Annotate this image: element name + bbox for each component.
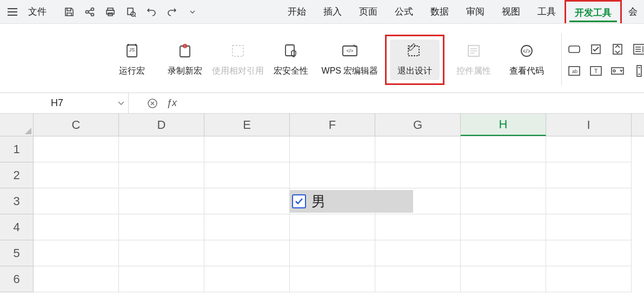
ribbon: JS 运行宏 录制新宏 使用相对引用 宏安全性 </> WPS 宏编辑器 退出设… — [0, 24, 644, 93]
ribbon-group-macros: JS 运行宏 录制新宏 使用相对引用 宏安全性 </> WPS 宏编辑器 退出设… — [0, 27, 567, 93]
cell-reference: H7 — [0, 97, 114, 109]
print-preview-icon — [125, 6, 136, 17]
exit-design-label: 退出设计 — [397, 65, 432, 77]
print-preview-button[interactable] — [125, 6, 136, 17]
button-control-icon[interactable] — [567, 42, 581, 56]
save-button[interactable] — [64, 6, 75, 17]
tab-developer[interactable]: 开发工具 — [565, 0, 622, 23]
share-button[interactable] — [84, 6, 95, 17]
name-box-dropdown[interactable] — [114, 101, 128, 106]
row-header-3[interactable]: 3 — [0, 188, 34, 214]
svg-rect-4 — [107, 10, 114, 14]
svg-text:T: T — [594, 68, 598, 74]
save-icon — [64, 6, 75, 17]
sheet-checkbox-control[interactable]: 男 — [290, 190, 413, 213]
tab-review[interactable]: 审阅 — [457, 0, 493, 23]
tab-home[interactable]: 开始 — [279, 0, 315, 23]
col-header-i[interactable]: I — [546, 114, 632, 136]
check-icon — [294, 196, 304, 206]
row-header-2[interactable]: 2 — [0, 162, 34, 188]
record-macro-icon — [176, 42, 194, 60]
record-macro-button[interactable]: 录制新宏 — [161, 40, 209, 80]
spinner-control-icon[interactable] — [610, 42, 625, 56]
formula-bar: H7 ƒx — [0, 93, 644, 114]
view-code-icon: </> — [517, 42, 536, 60]
run-macro-icon: JS — [123, 42, 141, 60]
row-header-4[interactable]: 4 — [0, 214, 34, 240]
file-menu[interactable]: 文件 — [23, 3, 52, 20]
record-macro-label: 录制新宏 — [168, 65, 202, 77]
tab-tools[interactable]: 工具 — [529, 0, 565, 23]
corner-triangle-icon — [25, 128, 31, 134]
listbox-control-icon[interactable] — [632, 42, 644, 56]
menubar-left: 文件 — [4, 3, 198, 20]
redo-button[interactable] — [167, 6, 177, 17]
col-header-h[interactable]: H — [461, 114, 546, 136]
exit-design-button[interactable]: 退出设计 — [390, 40, 440, 80]
row-header-5[interactable]: 5 — [0, 240, 34, 266]
macro-security-button[interactable]: 宏安全性 — [267, 40, 315, 80]
svg-text:</>: </> — [346, 48, 353, 54]
exit-design-highlight: 退出设计 — [385, 35, 444, 85]
macro-security-icon — [282, 42, 300, 60]
checkbox-box[interactable] — [292, 194, 306, 208]
col-header-d[interactable]: D — [119, 114, 204, 136]
fx-label[interactable]: ƒx — [167, 97, 177, 109]
undo-button[interactable] — [146, 6, 157, 17]
tab-view[interactable]: 视图 — [493, 0, 529, 23]
tab-data[interactable]: 数据 — [422, 0, 457, 23]
select-all-corner[interactable] — [0, 114, 34, 136]
tab-insert[interactable]: 插入 — [315, 0, 350, 23]
cells-area[interactable]: 男 — [34, 136, 632, 292]
svg-point-30 — [613, 70, 615, 72]
print-button[interactable] — [105, 6, 116, 17]
col-header-f[interactable]: F — [290, 114, 375, 136]
spreadsheet-grid: C D E F G H I 1 2 3 4 5 6 — [0, 114, 644, 292]
relative-ref-label: 使用相对引用 — [212, 65, 264, 77]
label-control-icon[interactable]: ab — [567, 64, 581, 78]
quick-access-toolbar — [64, 6, 198, 17]
chevron-down-icon — [118, 101, 124, 106]
formula-input-area[interactable]: ƒx — [129, 97, 177, 109]
scrollbar-control-icon[interactable] — [632, 64, 644, 78]
row-header-6[interactable]: 6 — [0, 266, 34, 292]
name-box[interactable]: H7 — [0, 93, 129, 113]
textbox-control-icon[interactable]: T — [589, 64, 603, 78]
col-header-g[interactable]: G — [375, 114, 461, 136]
ribbon-separator — [561, 34, 562, 86]
svg-text:ab: ab — [572, 69, 577, 74]
tab-formula[interactable]: 公式 — [386, 0, 422, 23]
run-macro-button[interactable]: JS 运行宏 — [108, 40, 156, 80]
checkbox-label: 男 — [311, 192, 326, 211]
menu-bar: 文件 开始 插入 页面 公式 数据 审阅 视图 工具 开发工具 会 — [0, 0, 644, 24]
svg-rect-13 — [233, 45, 243, 56]
undo-icon — [146, 6, 157, 17]
view-code-button[interactable]: </> 查看代码 — [503, 40, 550, 80]
combobox-control-icon[interactable] — [610, 64, 625, 78]
relative-ref-button: 使用相对引用 — [214, 40, 262, 80]
redo-dropdown[interactable] — [187, 6, 198, 17]
tab-page[interactable]: 页面 — [350, 0, 386, 23]
svg-rect-21 — [569, 46, 580, 53]
tab-partial[interactable]: 会 — [622, 0, 640, 23]
share-icon — [84, 6, 95, 17]
svg-rect-31 — [637, 65, 641, 76]
wps-macro-editor-button[interactable]: </> WPS 宏编辑器 — [320, 40, 380, 80]
checkbox-control-icon[interactable] — [589, 42, 603, 56]
col-header-e[interactable]: E — [204, 114, 290, 136]
row-header-1[interactable]: 1 — [0, 136, 34, 162]
redo-icon — [167, 6, 177, 17]
run-macro-label: 运行宏 — [119, 65, 145, 77]
wps-macro-editor-label: WPS 宏编辑器 — [322, 65, 379, 77]
control-props-label: 控件属性 — [456, 65, 491, 77]
relative-ref-icon — [229, 42, 247, 60]
cancel-icon[interactable] — [147, 98, 158, 109]
ribbon-controls-group: ab T — [567, 27, 644, 93]
col-header-c[interactable]: C — [34, 114, 119, 136]
column-headers: C D E F G H I — [0, 114, 644, 136]
hamburger-icon — [8, 8, 17, 16]
svg-point-12 — [184, 45, 185, 47]
app-menu-button[interactable] — [4, 6, 21, 18]
chevron-down-icon — [190, 10, 195, 14]
macro-security-label: 宏安全性 — [274, 65, 308, 77]
